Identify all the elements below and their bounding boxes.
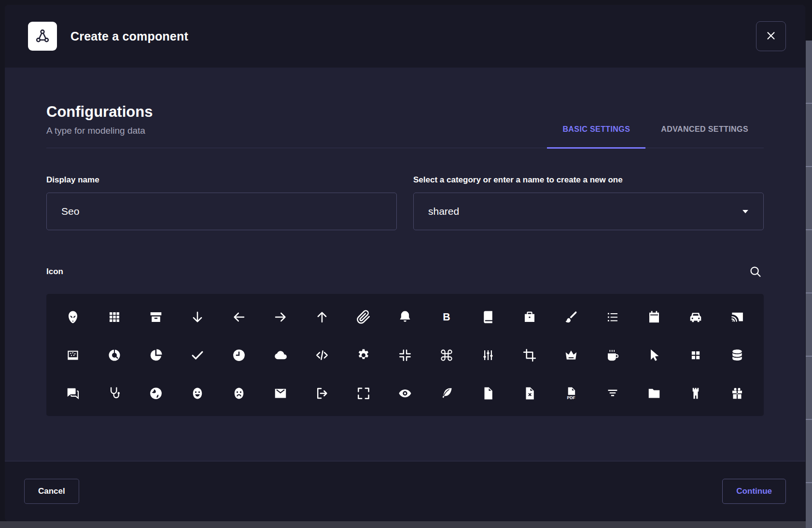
icon-console[interactable]	[467, 336, 509, 374]
icon-check[interactable]	[177, 336, 218, 374]
icon-eye[interactable]	[384, 374, 426, 412]
search-icon	[748, 264, 764, 279]
search-button[interactable]	[748, 264, 764, 279]
category-select[interactable]: shared	[413, 193, 764, 230]
icon-collapse[interactable]	[384, 336, 426, 374]
icon-arrow-left[interactable]	[218, 298, 260, 336]
create-component-modal: Create a component Configurations A type…	[5, 5, 805, 521]
icon-folder[interactable]	[633, 374, 675, 412]
form-fields: Display name Select a category or enter …	[46, 175, 764, 230]
section-subtitle: A type for modeling data	[46, 125, 153, 136]
close-button[interactable]	[756, 21, 786, 51]
icon-exit[interactable]	[301, 374, 343, 412]
icon-dashboard[interactable]	[675, 336, 716, 374]
icon-car[interactable]	[675, 298, 716, 336]
display-name-input[interactable]	[46, 193, 397, 230]
icon-apps[interactable]	[94, 298, 135, 336]
display-name-label: Display name	[46, 175, 397, 185]
screen: Create a component Configurations A type…	[0, 0, 812, 528]
component-icon	[28, 22, 57, 51]
page-behind	[0, 521, 812, 528]
icon-chart-pie[interactable]	[135, 336, 177, 374]
page-scrollbar[interactable]	[806, 41, 812, 528]
display-name-field: Display name	[46, 175, 397, 230]
icon-filter[interactable]	[592, 374, 633, 412]
icon-chart-circle[interactable]	[94, 336, 135, 374]
section-head: Configurations A type for modeling data …	[46, 103, 764, 148]
icon-picker-head: Icon	[46, 264, 764, 279]
chevron-down-icon	[739, 205, 752, 218]
modal-footer: Cancel Continue	[5, 461, 805, 521]
icon-feather[interactable]	[426, 374, 467, 412]
icon-file-pdf[interactable]: PDF	[550, 374, 592, 412]
icon-database[interactable]	[716, 336, 758, 374]
icon-briefcase[interactable]	[509, 298, 550, 336]
icon-cog[interactable]	[343, 336, 384, 374]
icon-discuss[interactable]	[52, 374, 94, 412]
icon-bell[interactable]	[384, 298, 426, 336]
icon-emotion-happy[interactable]	[177, 374, 218, 412]
icon-crop[interactable]	[509, 336, 550, 374]
icon-gift[interactable]	[716, 374, 758, 412]
icon-envelop[interactable]	[260, 374, 301, 412]
icon-cast[interactable]	[716, 298, 758, 336]
icon-arrow-up[interactable]	[301, 298, 343, 336]
icon-cloud[interactable]	[260, 336, 301, 374]
icon-book[interactable]	[467, 298, 509, 336]
tab-advanced-settings[interactable]: ADVANCED SETTINGS	[645, 125, 764, 149]
icon-label: Icon	[46, 267, 63, 277]
settings-tabs: BASIC SETTINGSADVANCED SETTINGS	[547, 125, 764, 148]
category-value: shared	[428, 206, 459, 217]
modal-title: Create a component	[70, 29, 188, 43]
category-field: Select a category or enter a name to cre…	[413, 175, 764, 230]
icon-calendar[interactable]	[633, 298, 675, 336]
continue-button[interactable]: Continue	[722, 479, 786, 504]
icon-emotion-unhappy[interactable]	[218, 374, 260, 412]
modal-body: Configurations A type for modeling data …	[5, 68, 805, 461]
icon-doctor[interactable]	[94, 374, 135, 412]
icon-attachment[interactable]	[343, 298, 384, 336]
modal-header: Create a component	[5, 5, 805, 68]
svg-text:PDF: PDF	[567, 395, 575, 400]
icon-command[interactable]	[426, 336, 467, 374]
icon-clock[interactable]	[218, 336, 260, 374]
tab-basic-settings[interactable]: BASIC SETTINGS	[547, 125, 645, 149]
category-label: Select a category or enter a name to cre…	[413, 175, 764, 185]
close-icon	[765, 29, 777, 43]
icon-code[interactable]	[301, 336, 343, 374]
icon-bullet-list[interactable]	[592, 298, 633, 336]
icon-cup[interactable]	[592, 336, 633, 374]
icon-crown[interactable]	[550, 336, 592, 374]
icon-arrow-down[interactable]	[177, 298, 218, 336]
icon-brush[interactable]	[550, 298, 592, 336]
svg-text:B: B	[443, 311, 450, 322]
icon-expand[interactable]	[343, 374, 384, 412]
section-title: Configurations	[46, 103, 153, 121]
icon-chart-bubble[interactable]	[52, 336, 94, 374]
icon-arrow-right[interactable]	[260, 298, 301, 336]
icon-gate[interactable]	[675, 374, 716, 412]
icon-file[interactable]	[467, 374, 509, 412]
cancel-button[interactable]: Cancel	[24, 479, 79, 504]
icon-cursor[interactable]	[633, 336, 675, 374]
icon-file-error[interactable]	[509, 374, 550, 412]
icon-archive[interactable]	[135, 298, 177, 336]
icon-alien[interactable]	[52, 298, 94, 336]
icon-grid: BPDF	[46, 294, 764, 416]
icon-bold[interactable]: B	[426, 298, 467, 336]
icon-earth[interactable]	[135, 374, 177, 412]
